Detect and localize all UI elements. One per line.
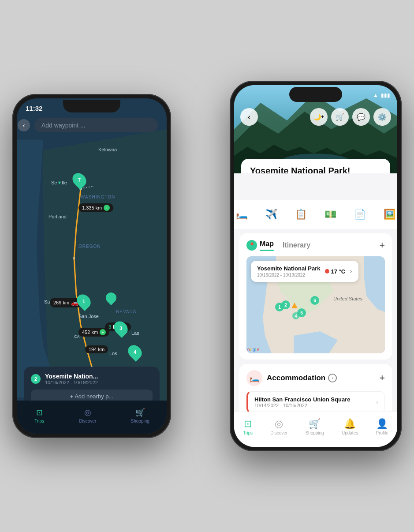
popup-content: Yosemite National Park 10/16/2022 - 10/1… — [257, 265, 321, 277]
section-arrow[interactable]: › — [328, 374, 337, 382]
svg-text:2: 2 — [284, 303, 287, 307]
svg-text:l: l — [255, 347, 256, 352]
cat-documents[interactable]: 📄 — [354, 205, 366, 224]
add-tab-button[interactable]: + — [379, 240, 385, 251]
back-button-right[interactable]: ‹ — [240, 108, 258, 126]
svg-text:e: e — [257, 347, 260, 352]
popup-date: 10/16/2022 - 10/19/2022 — [257, 273, 321, 277]
nav-discover-right[interactable]: ◎ Discover — [270, 418, 287, 435]
discover-icon: ◎ — [82, 407, 93, 418]
city-las: Las — [131, 330, 139, 336]
card-content: Yosemite Nation... 10/16/2022 - 10/19/20… — [45, 373, 98, 385]
chat-icon: 💬 — [357, 113, 366, 121]
svg-point-3 — [73, 257, 75, 259]
nav-profile-right[interactable]: 👤 Profile — [376, 418, 388, 435]
popup-arrow: › — [350, 267, 352, 275]
left-phone: 11:32 ‹ Add waypoint ... — [12, 94, 171, 438]
shopping-label: Shopping — [131, 419, 149, 423]
theme-button[interactable]: 🌙+ — [310, 108, 328, 126]
dynamic-island — [289, 87, 342, 102]
cart-icon: 🛒 — [336, 113, 344, 121]
cat-itinerary[interactable]: 📋 — [295, 205, 307, 224]
bell-icon: 🔔 — [344, 418, 356, 430]
cat-photos[interactable]: 🖼️ — [384, 205, 395, 224]
accommodation-add-button[interactable]: + — [379, 372, 385, 384]
item-1-content: Hilton San Francisco Union Square 10/14/… — [254, 396, 350, 408]
map-card-header: 2 Yosemite Nation... 10/16/2022 - 10/19/… — [31, 373, 153, 385]
dist-badge-1: 1.335 km+ — [78, 203, 113, 212]
state-oregon: OREGON — [78, 244, 101, 249]
gear-icon: ⚙️ — [378, 113, 387, 121]
nav-shopping[interactable]: 🛒 Shopping — [131, 407, 149, 423]
waypoint-7: 7 — [73, 172, 86, 187]
left-time: 11:32 — [26, 105, 42, 112]
chat-button[interactable]: 💬 — [352, 108, 370, 126]
left-bottom-nav: ⊡ Trips ◎ Discover 🛒 Shopping — [17, 401, 167, 434]
category-tabs: 🛏️ ✈️ 📋 💵 📄 🖼️ — [234, 200, 397, 229]
cat-accommodation[interactable]: 🛏️ — [236, 205, 248, 224]
city-seattle: Se▼tle — [51, 180, 67, 185]
map-pin-icon: 📍 — [246, 240, 257, 251]
map-tab-button[interactable]: 📍 Map — [246, 240, 274, 251]
city-los: Los — [109, 351, 117, 356]
nav-trips-right[interactable]: ⊡ Trips — [243, 418, 253, 435]
accommodation-section: 🛏️ Accommodation › + Hilton San Francisc… — [239, 364, 392, 412]
nav-discover[interactable]: ◎ Discover — [79, 407, 96, 423]
map-search-bar[interactable]: ‹ Add waypoint ... — [34, 118, 158, 132]
waypoint-1: 1 — [78, 294, 90, 309]
card-num: 2 — [31, 374, 41, 384]
svg-text:5: 5 — [300, 311, 303, 315]
state-washington: WASHINGTON — [81, 195, 115, 199]
trips-label: Trips — [34, 419, 44, 423]
right-bottom-nav: ⊡ Trips ◎ Discover 🛒 Shopping 🔔 Updates — [234, 412, 397, 447]
card-title: Yosemite Nation... — [45, 373, 98, 380]
battery-icon: ▮▮▮ — [381, 92, 390, 98]
map-tab-label: Map — [260, 240, 274, 248]
moon-icon: 🌙 — [313, 113, 321, 120]
accommodation-title: Accommodation › — [267, 374, 337, 382]
city-kelowna: Kelowna — [98, 147, 117, 152]
nav-updates-right[interactable]: 🔔 Updates — [342, 418, 358, 435]
waypoint-3: 3 — [115, 321, 127, 336]
cat-flights[interactable]: ✈️ — [265, 205, 277, 224]
svg-text:4: 4 — [295, 314, 297, 318]
popup-temp: 17 °C — [325, 268, 346, 275]
popup-title: Yosemite National Park — [257, 265, 321, 272]
itinerary-tab-button[interactable]: Itinerary — [283, 241, 310, 249]
cart-button[interactable]: 🛒 — [331, 108, 349, 126]
trip-title: Yosemite National Park! — [250, 166, 381, 173]
svg-text:United States: United States — [333, 296, 363, 301]
state-ca: CA — [74, 334, 80, 339]
right-phone: 11:29 ▲ ▮▮▮ ‹ 🌙+ — [230, 81, 402, 451]
svg-text:6: 6 — [313, 298, 316, 303]
right-phone-screen: 11:29 ▲ ▮▮▮ ‹ 🌙+ — [234, 85, 397, 447]
content-area[interactable]: 🛏️ ✈️ 📋 💵 📄 🖼️ — [234, 176, 397, 412]
card-date: 10/16/2022 - 10/19/2022 — [45, 380, 98, 385]
item-1-arrow: › — [376, 398, 378, 406]
temp-dot — [325, 269, 329, 273]
temp-value: 17 °C — [331, 268, 346, 275]
back-button[interactable]: ‹ — [18, 119, 30, 131]
accommodation-item-1[interactable]: Hilton San Francisco Union Square 10/14/… — [246, 391, 385, 412]
nav-trips[interactable]: ⊡ Trips — [34, 407, 45, 423]
city-portland: Portland — [48, 214, 67, 219]
state-nevada: NEVADA — [116, 309, 136, 314]
updates-label-right: Updates — [342, 431, 358, 435]
map-thumbnail[interactable]: 1 2 5 4 6 — [246, 256, 385, 353]
trips-label-right: Trips — [243, 431, 253, 435]
left-notch — [63, 100, 120, 112]
profile-icon: 👤 — [376, 418, 388, 430]
top-action-buttons: 🌙+ 🛒 💬 ⚙️ — [310, 108, 391, 126]
map-info-popup[interactable]: Yosemite National Park 10/16/2022 - 10/1… — [251, 261, 358, 282]
trip-title-card: Yosemite National Park! 📅 10/13/2022 - 1… — [241, 159, 390, 173]
profile-label-right: Profile — [376, 431, 388, 435]
item-1-title: Hilton San Francisco Union Square — [254, 396, 350, 403]
svg-text:g: g — [253, 347, 255, 352]
cat-budget[interactable]: 💵 — [324, 205, 336, 224]
tabs-row: 📍 Map Itinerary + — [246, 240, 385, 251]
wifi-icon: ▲ — [373, 92, 378, 98]
nav-shopping-right[interactable]: 🛒 Shopping — [305, 418, 324, 435]
settings-button[interactable]: ⚙️ — [373, 108, 391, 126]
shopping-label-right: Shopping — [305, 431, 324, 435]
discover-label-right: Discover — [270, 431, 287, 435]
